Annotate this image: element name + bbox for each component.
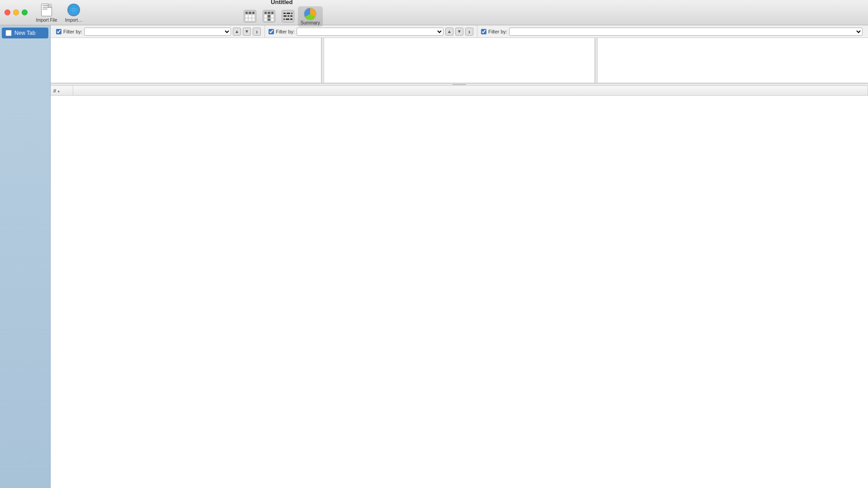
filter1-label: Filter by:	[63, 29, 82, 34]
traffic-lights	[0, 9, 28, 15]
sidebar: New Tab	[0, 25, 51, 488]
import-url-button[interactable]: 🌐 Import…	[61, 1, 86, 24]
filter-group-1: Filter by: ▲ ▼ ›	[52, 25, 265, 38]
eq-view-button[interactable]	[279, 9, 297, 24]
import-file-button[interactable]: Import File	[34, 1, 59, 24]
close-button[interactable]	[5, 9, 10, 15]
summary-icon	[304, 8, 316, 20]
summary-view-label: Summary	[301, 20, 320, 25]
col-header-row-num[interactable]: #	[51, 86, 73, 95]
col-num-label: #	[53, 88, 56, 94]
filter-group-3: Filter by:	[477, 25, 866, 38]
maximize-button[interactable]	[22, 9, 28, 15]
filter1-checkbox[interactable]	[56, 29, 61, 34]
eq-view-icon	[282, 10, 294, 23]
col-header-empty[interactable]	[73, 86, 868, 95]
tab-icon	[5, 30, 12, 36]
sidebar-tab-new-tab[interactable]: New Tab	[2, 28, 48, 38]
import-file-label: Import File	[36, 18, 57, 23]
panel-1	[51, 38, 321, 83]
toolbar-center: Untitled	[86, 0, 477, 27]
data-area[interactable]	[51, 96, 868, 488]
filter2-stepper-down[interactable]: ▼	[455, 28, 463, 36]
table-view-button[interactable]	[241, 9, 259, 24]
filter3-dropdown[interactable]	[509, 28, 863, 36]
toolbar-left: Import File 🌐 Import…	[32, 1, 86, 24]
import-url-label: Import…	[65, 18, 82, 23]
filter1-forward[interactable]: ›	[253, 28, 261, 36]
minimize-button[interactable]	[13, 9, 19, 15]
window-title: Untitled	[271, 0, 292, 5]
sidebar-tab-label: New Tab	[14, 30, 35, 36]
column-headers: #	[51, 86, 868, 96]
filter2-stepper-up[interactable]: ▲	[445, 28, 453, 36]
filter-group-2: Filter by: ▲ ▼ ›	[265, 25, 477, 38]
file-shape	[41, 4, 52, 16]
sort-asc-icon	[57, 89, 60, 93]
panel-2	[324, 38, 595, 83]
summary-view-button[interactable]: Summary	[298, 6, 323, 27]
panel-3	[598, 38, 868, 83]
filter1-dropdown[interactable]	[84, 28, 231, 36]
divider-handle	[453, 84, 466, 85]
table-view-icon	[244, 10, 256, 23]
filter2-checkbox[interactable]	[269, 29, 274, 34]
filter3-checkbox[interactable]	[481, 29, 486, 34]
filter1-stepper-up[interactable]: ▲	[233, 28, 241, 36]
filter2-label: Filter by:	[276, 29, 295, 34]
filter1-stepper-down[interactable]: ▼	[243, 28, 251, 36]
top-panels	[51, 38, 868, 83]
filter2-dropdown[interactable]	[297, 28, 443, 36]
import-file-icon	[39, 3, 54, 17]
filter2-forward[interactable]: ›	[465, 28, 473, 36]
filter-bar: Filter by: ▲ ▼ › Filter by: ▲ ▼ ›	[51, 25, 868, 38]
import-url-icon: 🌐	[66, 3, 81, 17]
toolbar-view-icons: Summary	[241, 6, 323, 27]
content-area: Filter by: ▲ ▼ › Filter by: ▲ ▼ ›	[51, 25, 868, 488]
filter3-label: Filter by:	[488, 29, 507, 34]
globe-icon: 🌐	[67, 4, 80, 16]
column-view-button[interactable]	[260, 9, 278, 24]
title-bar: Import File 🌐 Import… Untitled	[0, 0, 868, 25]
column-view-icon	[263, 10, 275, 23]
main-area: New Tab Filter by: ▲ ▼ › Filter by:	[0, 25, 868, 488]
